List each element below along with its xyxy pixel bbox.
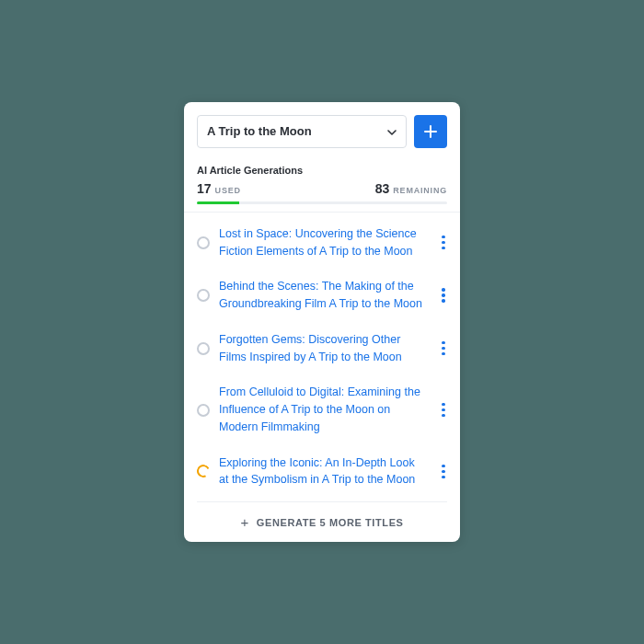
usage-used-value: 17 [197, 181, 212, 196]
generate-more-label: GENERATE 5 MORE TITLES [257, 517, 404, 528]
list-item: From Celluloid to Digital: Examining the… [184, 374, 460, 444]
usage-remaining-label: Remaining [393, 186, 447, 195]
item-title[interactable]: Lost in Space: Uncovering the Science Fi… [219, 225, 425, 260]
usage-row: 17 Used 83 Remaining [197, 181, 447, 201]
more-menu-button[interactable] [434, 399, 453, 421]
radio-icon[interactable] [197, 404, 210, 417]
item-title[interactable]: Forgotten Gems: Discovering Other Films … [219, 331, 425, 366]
more-menu-button[interactable] [434, 284, 453, 306]
usage-bar [197, 201, 447, 204]
more-menu-button[interactable] [434, 461, 453, 483]
item-title[interactable]: From Celluloid to Digital: Examining the… [219, 384, 425, 435]
more-menu-button[interactable] [434, 338, 453, 360]
chevron-down-icon [387, 125, 397, 138]
topic-select[interactable]: A Trip to the Moon [197, 115, 407, 148]
usage-used-label: Used [215, 186, 241, 195]
list-item: Exploring the Iconic: An In-Depth Look a… [184, 445, 460, 499]
topic-select-value: A Trip to the Moon [207, 124, 312, 138]
more-menu-button[interactable] [434, 232, 453, 254]
usage-used: 17 Used [197, 181, 241, 196]
radio-icon[interactable] [197, 236, 210, 249]
radio-icon[interactable] [197, 289, 210, 302]
add-button[interactable] [414, 115, 447, 148]
title-list: Lost in Space: Uncovering the Science Fi… [184, 213, 460, 498]
usage-remaining: 83 Remaining [375, 181, 447, 196]
radio-icon[interactable] [197, 342, 210, 355]
generate-more-button[interactable]: + GENERATE 5 MORE TITLES [197, 501, 447, 542]
header: A Trip to the Moon [184, 102, 460, 159]
list-item: Behind the Scenes: The Making of the Gro… [184, 269, 460, 322]
plus-icon: + [240, 515, 248, 529]
usage-title: AI Article Generations [197, 159, 447, 181]
usage-section: AI Article Generations 17 Used 83 Remain… [184, 159, 460, 213]
usage-bar-fill [197, 201, 239, 204]
list-item: Forgotten Gems: Discovering Other Films … [184, 322, 460, 375]
spinner-icon [195, 463, 212, 479]
item-title[interactable]: Exploring the Iconic: An In-Depth Look a… [219, 454, 425, 489]
list-item: Lost in Space: Uncovering the Science Fi… [184, 216, 460, 270]
usage-remaining-value: 83 [375, 181, 390, 196]
panel: A Trip to the Moon AI Article Generation… [184, 102, 460, 542]
plus-icon [424, 125, 437, 138]
item-title[interactable]: Behind the Scenes: The Making of the Gro… [219, 278, 425, 313]
